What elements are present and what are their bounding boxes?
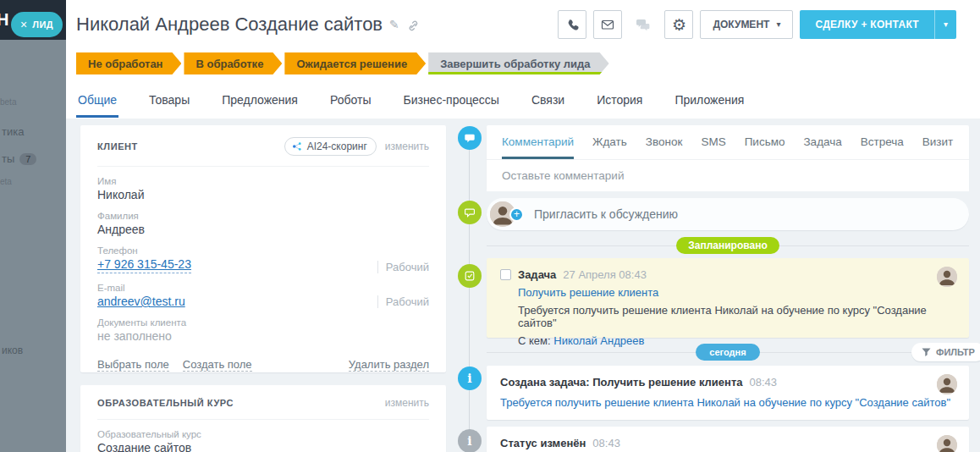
entry-title: Создана задача: Получить решение клиента bbox=[500, 376, 743, 389]
entry-time: 08:43 bbox=[750, 376, 778, 389]
email-type: Рабочий bbox=[377, 295, 429, 308]
stage-not-processed[interactable]: Не обработан bbox=[76, 52, 181, 74]
lead-status-pipeline: Не обработан В обработке Ожидается решен… bbox=[76, 52, 612, 74]
tl-tab-task[interactable]: Задача bbox=[803, 135, 841, 159]
tl-tab-visit[interactable]: Визит bbox=[922, 135, 953, 159]
tl-tab-sms[interactable]: SMS bbox=[701, 135, 725, 159]
lead-slider-close-badge[interactable]: × ЛИД bbox=[11, 12, 63, 37]
logo-fragment: Н bbox=[0, 10, 8, 30]
course-card: ОБРАЗОВАТЕЛЬНЫЙ КУРС изменить Образовате… bbox=[80, 385, 446, 452]
tl-tab-wait[interactable]: Ждать bbox=[592, 135, 627, 159]
title-row: Николай Андреев Создание сайтов ✎ bbox=[76, 14, 419, 36]
field-email: E-mail andreev@test.ru Рабочий bbox=[97, 283, 429, 308]
tl-tab-email[interactable]: Письмо bbox=[745, 135, 785, 159]
timeline-entry-created-task: Создана задача: Получить решение клиента… bbox=[487, 366, 969, 420]
tab-general[interactable]: Общие bbox=[76, 88, 118, 118]
filter-button[interactable]: ФИЛЬТР bbox=[911, 343, 980, 361]
funnel-icon bbox=[922, 348, 931, 357]
info-icon: i bbox=[458, 367, 482, 390]
tab-history[interactable]: История bbox=[595, 88, 644, 118]
course-edit-link[interactable]: изменить bbox=[385, 397, 429, 409]
avatar bbox=[937, 435, 957, 452]
comment-stream-icon bbox=[458, 126, 482, 150]
avatar bbox=[937, 374, 957, 394]
entry-task-link[interactable]: Требуется получить решение клиента Никол… bbox=[500, 396, 950, 409]
planned-separator: Запланировано bbox=[487, 237, 969, 254]
call-button[interactable] bbox=[558, 10, 586, 39]
sidebar-item-beta2[interactable]: eta bbox=[0, 177, 12, 186]
today-badge[interactable]: сегодня bbox=[696, 344, 759, 361]
sidebar-item-analytics[interactable]: тика bbox=[2, 125, 24, 138]
gear-icon: ⚙ bbox=[672, 17, 686, 33]
select-field-link[interactable]: Выбрать поле bbox=[97, 358, 169, 372]
counter-badge: 7 bbox=[19, 153, 36, 165]
invite-to-discussion[interactable]: + Пригласить к обсуждению bbox=[487, 198, 969, 230]
entry-title: Статус изменён bbox=[500, 437, 586, 449]
task-checkbox[interactable] bbox=[500, 269, 511, 280]
task-type-label: Задача bbox=[518, 268, 556, 281]
tl-tab-comment[interactable]: Комментарий bbox=[502, 135, 574, 159]
close-icon[interactable]: × bbox=[20, 19, 27, 30]
edit-title-icon[interactable]: ✎ bbox=[389, 18, 399, 31]
left-sidebar: Н beta тика ты7 eta иков bbox=[0, 0, 66, 452]
stage-in-progress[interactable]: В обработке bbox=[184, 52, 282, 74]
client-card-footer: Выбрать поле Создать поле Удалить раздел bbox=[97, 358, 429, 372]
copy-link-icon[interactable] bbox=[406, 19, 419, 31]
document-dropdown-button[interactable]: ДОКУМЕНТ ▾ bbox=[700, 10, 793, 39]
field-phone: Телефон +7 926 315-45-23 Рабочий bbox=[97, 245, 429, 273]
header-actions: ⚙ ДОКУМЕНТ ▾ СДЕЛКУ + КОНТАКТ ▾ bbox=[558, 10, 956, 39]
deal-contact-dropdown[interactable]: ▾ bbox=[934, 10, 956, 39]
invite-avatar-wrap: + bbox=[490, 201, 524, 227]
chat-button[interactable] bbox=[629, 10, 658, 39]
timeline-rail bbox=[469, 138, 470, 452]
entry-time: 08:43 bbox=[592, 437, 620, 449]
email-button[interactable] bbox=[593, 10, 622, 39]
tab-relations[interactable]: Связи bbox=[530, 88, 566, 118]
comment-input[interactable] bbox=[487, 160, 969, 191]
timeline-entry-status-changed: Статус изменён 08:43 bbox=[487, 427, 969, 452]
main-tabs: Общие Товары Предложения Роботы Бизнес-п… bbox=[76, 88, 746, 118]
task-header: Задача 27 Апреля 08:43 bbox=[500, 268, 955, 281]
field-documents: Документы клиента не заполнено bbox=[97, 317, 429, 343]
sidebar-item-with-counter[interactable]: ты7 bbox=[2, 152, 36, 165]
task-datetime: 27 Апреля 08:43 bbox=[563, 268, 647, 281]
field-surname: Фамилия Андреев bbox=[97, 211, 429, 236]
tab-business-processes[interactable]: Бизнес-процессы bbox=[401, 88, 500, 118]
task-entry-card: Задача 27 Апреля 08:43 Получить решение … bbox=[487, 258, 969, 338]
phone-type: Рабочий bbox=[377, 261, 429, 273]
delete-section-link[interactable]: Удалить раздел bbox=[349, 358, 429, 372]
tl-tab-call[interactable]: Звонок bbox=[646, 135, 683, 159]
tab-quotes[interactable]: Предложения bbox=[220, 88, 300, 118]
task-title-link[interactable]: Получить решение клиента bbox=[518, 286, 658, 299]
stage-finish-lead[interactable]: Завершить обработку лида bbox=[428, 52, 608, 74]
lead-detail-panel: Николай Андреев Создание сайтов ✎ bbox=[66, 0, 980, 452]
tab-products[interactable]: Товары bbox=[147, 88, 191, 118]
field-course: Образовательный курс Создание сайтов bbox=[97, 429, 429, 452]
today-separator: сегодня bbox=[487, 344, 969, 361]
field-name: Имя Николай bbox=[97, 176, 429, 201]
stage-awaiting-decision[interactable]: Ожидается решение bbox=[284, 52, 426, 74]
client-edit-link[interactable]: изменить bbox=[385, 141, 429, 152]
info-icon: i bbox=[458, 429, 482, 452]
scoring-icon bbox=[292, 141, 302, 152]
sidebar-item-bottom[interactable]: иков bbox=[2, 345, 23, 356]
add-person-icon[interactable]: + bbox=[509, 207, 524, 222]
planned-badge: Запланировано bbox=[676, 237, 779, 254]
create-field-link[interactable]: Создать поле bbox=[183, 358, 252, 372]
tl-tab-meeting[interactable]: Встреча bbox=[861, 135, 904, 159]
settings-button[interactable]: ⚙ bbox=[664, 10, 693, 39]
timeline-composer-card: Комментарий Ждать Звонок SMS Письмо Зада… bbox=[487, 125, 969, 190]
phone-link[interactable]: +7 926 315-45-23 bbox=[97, 257, 191, 273]
ai-scoring-button[interactable]: AI24-скоринг bbox=[284, 137, 377, 156]
chevron-down-icon: ▾ bbox=[776, 20, 780, 29]
chevron-down-icon: ▾ bbox=[944, 20, 948, 29]
tab-apps[interactable]: Приложения bbox=[673, 88, 746, 118]
email-link[interactable]: andreev@test.ru bbox=[97, 295, 185, 308]
deal-contact-button[interactable]: СДЕЛКУ + КОНТАКТ ▾ bbox=[800, 10, 956, 39]
sidebar-item-beta[interactable]: beta bbox=[0, 97, 16, 107]
avatar bbox=[937, 267, 957, 287]
tab-robots[interactable]: Роботы bbox=[328, 88, 372, 118]
task-icon bbox=[458, 264, 482, 288]
timeline-tabs: Комментарий Ждать Звонок SMS Письмо Зада… bbox=[487, 125, 969, 160]
client-card: КЛИЕНТ AI24-скоринг изменить Имя Николай bbox=[80, 125, 446, 372]
